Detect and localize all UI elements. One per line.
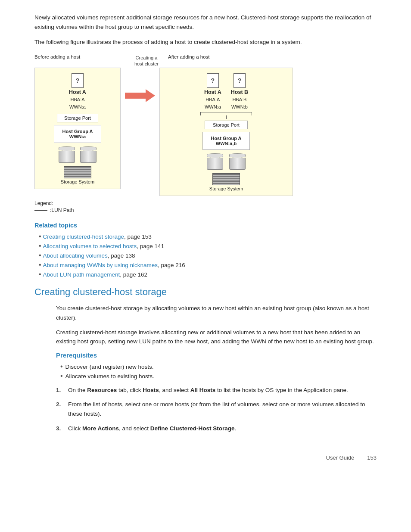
after-host-b: ? Host B HBA:BWWN:b [231, 73, 248, 110]
before-host-icon: ? [72, 73, 84, 88]
list-item: • Discover (and register) new hosts. [60, 363, 377, 370]
main-section-body: You create clustered-host storage by all… [56, 304, 377, 433]
bullet-icon: • [39, 252, 41, 259]
after-cyl2 [229, 153, 246, 170]
related-link-1[interactable]: Creating clustered-host storage [43, 233, 124, 240]
bullet-icon: • [60, 373, 63, 380]
arrow-area [121, 68, 159, 102]
related-link-2[interactable]: Allocating volumes to selected hosts [43, 243, 137, 249]
arrow-shape [125, 89, 155, 102]
before-host-a-label: Host A [69, 89, 86, 95]
step-text-1: On the Resources tab, click Hosts, and s… [68, 386, 348, 395]
prereq-bullet-2: Allocate volumes to existing hosts. [65, 373, 154, 380]
intro-para1: Newly allocated volumes represent additi… [34, 13, 377, 31]
related-page-5: , page 162 [120, 271, 147, 278]
prerequisites-heading: Prerequisites [56, 352, 377, 359]
related-link-5[interactable]: About LUN path management [43, 271, 120, 278]
before-cylinders [59, 146, 97, 163]
before-storage-port: Storage Port [57, 114, 98, 122]
main-para1: You create clustered-host storage by all… [56, 304, 377, 322]
intro-para2: The following figure illustrates the pro… [34, 37, 377, 47]
bullet-icon: • [39, 233, 41, 240]
footer-guide: User Guide [326, 454, 355, 461]
related-page-3: , page 138 [108, 252, 135, 259]
after-storage-system: Storage System [209, 173, 243, 191]
main-para2: Creating clustered-host storage involves… [56, 328, 377, 346]
after-cylinders [207, 153, 246, 170]
related-list: • Creating clustered-host storage, page … [34, 233, 377, 278]
related-link-3[interactable]: About allocating volumes [43, 252, 108, 259]
list-item: • About LUN path management, page 162 [39, 271, 377, 278]
before-label: Before adding a host [34, 53, 129, 60]
step-text-3: Click More Actions, and select Define Cl… [68, 424, 236, 433]
step-text-2: From the list of hosts, select one or mo… [68, 400, 377, 418]
step-1: 1. On the Resources tab, click Hosts, an… [56, 386, 377, 395]
after-host-group: Host Group AWWN:a,b [202, 132, 249, 150]
after-hosts-row: ? Host A HBA:AWWN:a ? Host B HBA:BWWN:b [204, 73, 248, 110]
after-label: After adding a host [168, 53, 210, 60]
steps-list: 1. On the Resources tab, click Hosts, an… [56, 386, 377, 433]
list-item: • Allocate volumes to existing hosts. [60, 373, 377, 380]
connector [200, 112, 252, 115]
creating-label: Creating ahost cluster [134, 55, 159, 67]
step-2: 2. From the list of hosts, select one or… [56, 400, 377, 418]
before-host-group: Host Group AWWN:a [54, 125, 101, 143]
related-link-4[interactable]: About managing WWNs by using nicknames [43, 262, 158, 268]
bullet-icon: • [39, 261, 41, 268]
related-page-1: , page 153 [124, 233, 152, 240]
prereq-bullet-1: Discover (and register) new hosts. [65, 364, 154, 370]
list-item: • About allocating volumes, page 138 [39, 252, 377, 259]
bullet-icon: • [39, 271, 41, 278]
diagram-row: ? Host A HBA:AWWN:a Storage Port Host Gr… [34, 68, 377, 196]
before-cyl1 [59, 146, 75, 163]
before-host-a-info: HBA:AWWN:a [69, 96, 86, 110]
page-footer: User Guide 153 [34, 450, 377, 461]
before-cyl2 [80, 146, 97, 163]
step-num-3: 3. [56, 424, 64, 433]
related-heading: Related topics [34, 222, 377, 229]
connector-line [226, 115, 227, 119]
after-host-a: ? Host A HBA:AWWN:a [204, 73, 221, 110]
diagram-container: Before adding a host Creating ahost clus… [34, 53, 377, 214]
related-page-4: , page 216 [158, 262, 185, 268]
step-3: 3. Click More Actions, and select Define… [56, 424, 377, 433]
before-host-a: ? Host A HBA:AWWN:a [69, 73, 86, 110]
step-num-2: 2. [56, 400, 64, 418]
after-storage-port: Storage Port [205, 121, 248, 129]
legend-line [34, 210, 47, 211]
related-topics-section: Related topics • Creating clustered-host… [34, 222, 377, 278]
before-storage-system: Storage System [61, 166, 94, 184]
bullet-icon: • [39, 243, 41, 249]
bullet-icon: • [60, 363, 63, 370]
list-item: • About managing WWNs by using nicknames… [39, 261, 377, 268]
legend: Legend: :LUN Path [34, 200, 377, 213]
after-cyl1 [207, 153, 223, 170]
related-page-2: , page 141 [137, 243, 164, 249]
footer-page: 153 [367, 454, 377, 461]
prereq-list: • Discover (and register) new hosts. • A… [56, 363, 377, 380]
main-section-heading: Creating clustered-host storage [34, 286, 377, 298]
list-item: • Allocating volumes to selected hosts, … [39, 243, 377, 249]
after-panel: ? Host A HBA:AWWN:a ? Host B HBA:BWWN:b … [159, 68, 293, 196]
before-panel: ? Host A HBA:AWWN:a Storage Port Host Gr… [34, 68, 121, 189]
step-num-1: 1. [56, 386, 64, 395]
list-item: • Creating clustered-host storage, page … [39, 233, 377, 240]
